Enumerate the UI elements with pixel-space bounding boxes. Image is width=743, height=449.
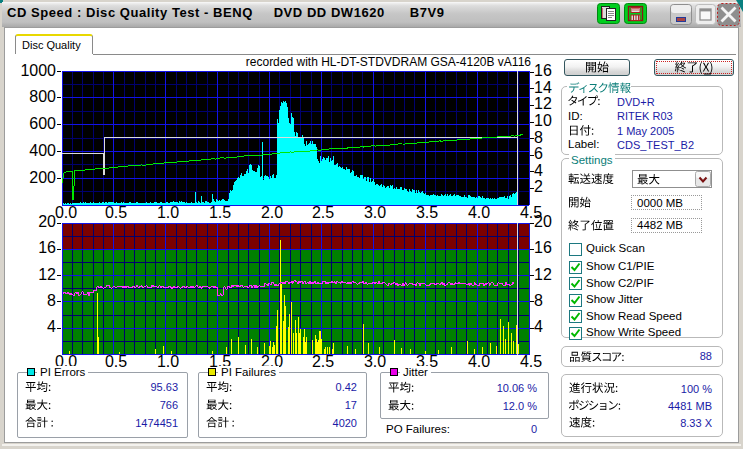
- svg-text:14: 14: [534, 79, 552, 96]
- svg-text:12: 12: [534, 95, 552, 112]
- svg-text:800: 800: [29, 88, 56, 105]
- svg-text:16: 16: [38, 239, 56, 256]
- svg-text:4: 4: [47, 318, 56, 335]
- svg-text:12: 12: [38, 266, 56, 283]
- svg-text:8: 8: [534, 292, 543, 309]
- svg-text:1.0: 1.0: [157, 204, 179, 221]
- svg-text:1.5: 1.5: [209, 204, 231, 221]
- svg-text:10: 10: [534, 112, 552, 129]
- svg-text:4.5: 4.5: [520, 353, 542, 370]
- svg-text:6: 6: [534, 145, 543, 162]
- svg-text:16: 16: [534, 239, 552, 256]
- svg-text:4.0: 4.0: [468, 353, 490, 370]
- svg-text:recorded with HL-DT-STDVDRAM G: recorded with HL-DT-STDVDRAM GSA-4120B v…: [246, 55, 532, 69]
- svg-text:2.5: 2.5: [312, 204, 334, 221]
- svg-text:20: 20: [38, 213, 56, 230]
- svg-text:3.0: 3.0: [364, 204, 386, 221]
- svg-text:3.0: 3.0: [364, 353, 386, 370]
- svg-text:12: 12: [534, 266, 552, 283]
- svg-text:400: 400: [29, 142, 56, 159]
- svg-text:2.0: 2.0: [261, 204, 283, 221]
- svg-text:16: 16: [534, 62, 552, 79]
- svg-text:1.0: 1.0: [157, 353, 179, 370]
- svg-text:20: 20: [534, 213, 552, 230]
- svg-text:4.0: 4.0: [468, 204, 490, 221]
- svg-text:0.0: 0.0: [55, 204, 77, 221]
- svg-text:4: 4: [534, 318, 543, 335]
- svg-text:2.5: 2.5: [312, 353, 334, 370]
- svg-text:8: 8: [47, 292, 56, 309]
- svg-text:8: 8: [534, 129, 543, 146]
- svg-text:2: 2: [534, 178, 543, 195]
- svg-text:0.5: 0.5: [105, 353, 127, 370]
- svg-text:1000: 1000: [20, 62, 56, 79]
- svg-text:200: 200: [29, 169, 56, 186]
- svg-text:3.5: 3.5: [416, 204, 438, 221]
- svg-text:4: 4: [534, 162, 543, 179]
- svg-text:600: 600: [29, 115, 56, 132]
- svg-text:0.5: 0.5: [105, 204, 127, 221]
